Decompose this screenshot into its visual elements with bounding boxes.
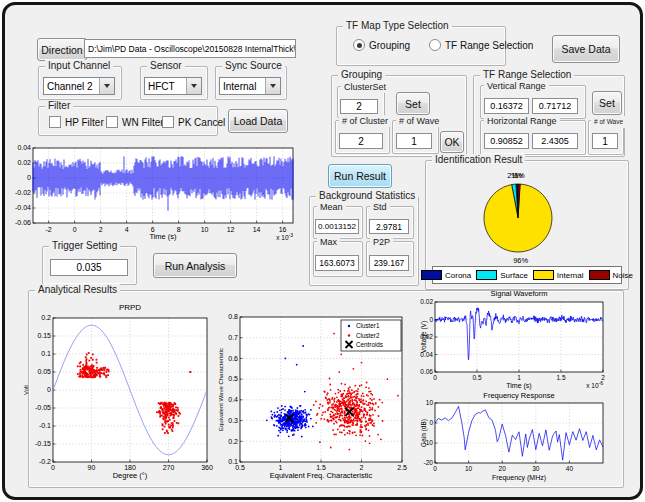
x-tick-label: 8 [177,226,181,233]
y-tick-label: 0.3 [228,417,238,424]
x-tick-label: 270 [163,464,175,471]
y-tick-label: 0.2 [228,438,238,445]
tf-map-chart: 0.511.522.50.10.20.30.40.50.60.70.8Equiv… [214,294,420,480]
x-axis-label: Equivalent Freq. Characteristic [270,471,373,480]
radio-tf-range-dot[interactable] [429,39,441,51]
vertical-range-max-input[interactable] [532,98,578,114]
y-tick-label: -0.04 [15,204,31,211]
x-axis-label: Time (s) [149,232,177,241]
x-tick-label: 2 [360,464,364,471]
input-channel-select[interactable]: Channel 2 [43,77,115,95]
tf-range-set-button[interactable]: Set [592,91,622,115]
tf-num-wave-input[interactable] [592,133,618,149]
y-tick-label: 0.7 [228,334,238,341]
trigger-input[interactable] [50,259,128,276]
x-tick-label: 2.5 [397,464,407,471]
checkbox-wn-filter[interactable]: WN Filter [106,116,164,128]
horizontal-range-min-input[interactable] [484,133,529,149]
y-tick-label: 0 [47,386,51,393]
x-tick-label: 2 [99,226,103,233]
legend-label: Cluster1 [356,322,380,329]
y-tick-label: -20 [424,459,434,466]
chevron-down-icon[interactable] [265,78,280,94]
std-value [369,219,409,234]
y-tick-label: 0.8 [228,313,238,320]
signal-waveform-chart: 00.511.520.020-0.02-0.04-0.06Signal Wave… [420,287,622,391]
y-axis-label: Equivalent Wave Characteristic [218,348,224,431]
chevron-down-icon[interactable] [99,78,114,94]
radio-grouping[interactable]: Grouping [353,39,410,51]
pie-percent-label: 1% [514,171,525,180]
mean-value [315,219,359,234]
x-tick-label: 20 [499,465,507,472]
y-tick-label: 0 [429,316,433,323]
path-input[interactable] [84,39,296,58]
x-tick-label: 10 [465,465,473,472]
hp-filter-checkbox-box[interactable] [49,116,61,128]
run-result-button[interactable]: Run Result [328,164,392,188]
x-tick-label: 1 [279,464,283,471]
run-analysis-button[interactable]: Run Analysis [153,253,237,278]
x-axis-label: Frequency (MHz) [492,474,546,482]
y-tick-label: -0.05 [35,404,51,411]
y-tick-label: 0.02 [420,298,433,305]
radio-tf-range[interactable]: TF Range Selection [429,39,533,51]
pie-legend-item: Noise [589,270,633,280]
x-tick-label: 0 [433,465,437,472]
y-tick-label: -0.1 [39,422,51,429]
x-tick-label: 180 [124,464,136,471]
identification-group: Identification Result 1%2%96%1% CoronaSu… [425,160,629,290]
grouping-set-button[interactable]: Set [396,92,430,115]
grouping-ok-button[interactable]: OK [440,131,464,153]
y-tick-label: -0.15 [35,440,51,447]
max-value [315,255,359,271]
num-cluster-input[interactable] [339,133,383,149]
wn-filter-checkbox-box[interactable] [106,116,118,128]
y-tick-label: 0 [27,174,31,181]
y-tick-label: 0.05 [37,368,51,375]
direction-button[interactable]: Direction [37,38,87,61]
prpd-chart: 0901802703600.20.150.10.050-0.05-0.1-0.1… [18,294,230,480]
pie-legend-item: Surface [476,270,528,280]
y-tick-label: 0.6 [228,355,238,362]
x-tick-label: 360 [201,464,213,471]
x-tick-label: 1.5 [556,374,565,381]
num-wave-input[interactable] [396,133,432,149]
horizontal-range-max-input[interactable] [532,133,578,149]
save-data-button[interactable]: Save Data [552,35,620,63]
radio-grouping-dot[interactable] [353,39,365,51]
y-tick-label: 0 [429,419,433,426]
load-data-button[interactable]: Load Data [228,109,288,133]
main-waveform-chart: -202468101214160.040.020-0.02-0.04-0.06T… [0,140,306,244]
y-tick-label: 0.4 [228,396,238,403]
y-tick-label: 0.15 [37,332,51,339]
pie-legend: CoronaSurfaceInternalNoise [432,266,622,284]
clusterset-input[interactable] [340,99,378,114]
sync-source-select[interactable]: Internal [219,77,281,95]
pk-cancel-checkbox-box[interactable] [162,116,174,128]
x-tick-label: 0 [73,226,77,233]
x-tick-label: 1.5 [316,464,326,471]
chevron-down-icon[interactable] [186,78,201,94]
y-tick-label: 0.2 [41,314,51,321]
vertical-range-min-input[interactable] [484,98,529,114]
x-tick-label: 40 [566,465,574,472]
y-tick-label: 10 [426,399,434,406]
x-tick-label: -2 [45,226,51,233]
checkbox-pk-cancel[interactable]: PK Cancel [162,116,225,128]
chart-title: PRPD [119,303,141,312]
x-tick-label: 10 [201,226,209,233]
legend-swatch [476,270,497,280]
y-axis-label: Volt [23,385,29,395]
y-axis-label: Voltage (V) [420,321,428,353]
x-tick-label: 0.5 [472,374,481,381]
sensor-select[interactable]: HFCT [144,77,202,95]
x-tick-label: 1 [517,374,521,381]
legend-label: Surface [500,271,528,280]
x-tick-label: 16 [279,226,287,233]
legend-swatch [421,270,442,280]
x-axis-label: Degree (°) [113,471,148,480]
checkbox-hp-filter[interactable]: HP Filter [49,116,104,128]
y-tick-label: 0.02 [17,159,31,166]
axis-exponent: x 10-3 [276,232,293,241]
